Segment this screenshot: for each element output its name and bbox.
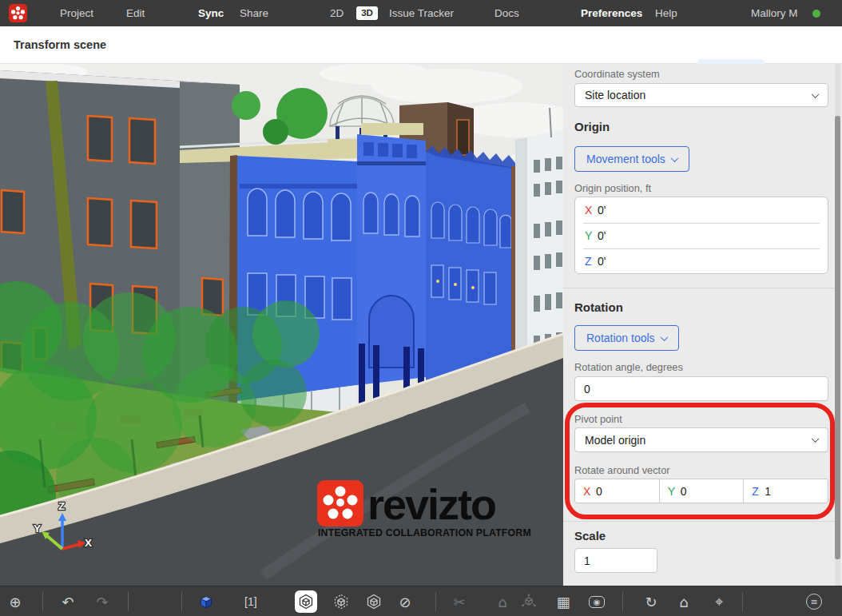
svg-text:revizto: revizto [367, 480, 495, 528]
svg-text:Z: Z [58, 500, 65, 512]
grid-icon: ▦ [556, 594, 570, 610]
origin-z-value: 0' [598, 255, 606, 268]
rotation-angle-label: Rotation angle, degrees [574, 361, 683, 373]
scale-input[interactable] [574, 548, 657, 573]
revizto-logo-icon[interactable] [9, 4, 27, 22]
pivot-point-value: Model origin [585, 434, 645, 447]
menu-share[interactable]: Share [240, 0, 268, 26]
vector-y-field[interactable]: Y 0 [659, 479, 744, 503]
axis-x-label: X [583, 485, 596, 498]
crop-model-button[interactable]: ⌂ [491, 590, 514, 613]
view-cube-button[interactable] [195, 590, 217, 613]
user-status-dot [812, 10, 820, 18]
viewpoint-comment-button[interactable]: ◉ [586, 590, 608, 613]
vector-x-field[interactable]: X 0 [575, 479, 659, 503]
reset-appearance-button[interactable]: ↻ [640, 590, 662, 613]
home-view-button[interactable]: ⌂ [673, 590, 695, 613]
sheets-list-button[interactable]: ≡ [803, 590, 825, 613]
toolbar-divider [128, 592, 129, 611]
origin-y-field[interactable]: Y 0' [575, 223, 828, 248]
rotation-tools-label: Rotation tools [586, 332, 655, 344]
ghost-objects-button[interactable] [330, 590, 352, 613]
vector-z-value: 1 [765, 485, 771, 498]
cube-hexagon-dotted-icon [333, 594, 349, 610]
origin-y-value: 0' [598, 229, 606, 242]
rotation-section-title: Rotation [574, 300, 623, 314]
top-menu-bar: Project Edit Sync Share 2D 3D Issue Trac… [0, 0, 842, 26]
focus-selection-button[interactable]: ⌖ [708, 590, 730, 613]
origin-z-field[interactable]: Z 0' [575, 248, 828, 274]
svg-text:Y: Y [34, 523, 41, 535]
panel-scrollbar-track[interactable] [835, 64, 840, 586]
coordinate-system-select[interactable]: Site location [574, 83, 828, 107]
axis-y-label: Y [668, 485, 681, 498]
redo-icon: ↷ [96, 594, 108, 610]
rotation-tools-button[interactable]: Rotation tools [574, 325, 679, 351]
location-pin-add-icon: ⊕ [9, 594, 21, 610]
origin-x-field[interactable]: X 0' [575, 197, 828, 223]
add-marker-button[interactable]: ⊕ [4, 590, 26, 613]
undo-button[interactable]: ↶ [57, 590, 79, 613]
menu-docs[interactable]: Docs [494, 0, 519, 26]
transform-settings-panel: Coordinate system Site location Origin M… [563, 64, 842, 586]
section-divider [563, 288, 835, 288]
origin-section-title: Origin [574, 120, 610, 133]
document-list-icon: ≡ [806, 594, 822, 610]
axis-z-label: Z [752, 485, 765, 498]
menu-project[interactable]: Project [60, 0, 93, 26]
scissors-icon: ✂ [453, 594, 465, 610]
move-object-button[interactable] [518, 590, 540, 613]
user-menu[interactable]: Mallory M [751, 0, 798, 26]
rotation-angle-input[interactable] [574, 376, 828, 401]
origin-position-label: Origin position, ft [574, 182, 651, 194]
cube-axes-icon [521, 594, 537, 610]
toolbar-divider [435, 592, 436, 611]
viewport-3d-scene[interactable]: revizto INTEGRATED COLLABORATION PLATFOR… [0, 64, 563, 586]
svg-text:X: X [85, 537, 92, 549]
chevron-down-icon [812, 435, 820, 443]
menu-sync[interactable]: Sync [198, 0, 224, 26]
menu-help[interactable]: Help [655, 0, 677, 26]
origin-position-box: X 0' Y 0' Z 0' [574, 197, 828, 274]
menu-edit[interactable]: Edit [126, 0, 145, 26]
toolbar-divider [742, 592, 743, 611]
page-title: Transform scene [14, 26, 106, 64]
cube-hexagon-icon [298, 594, 314, 610]
chevron-down-icon [670, 154, 678, 162]
revizto-app-window: { "menubar": { "items": [ {"label": "Pro… [0, 0, 842, 616]
menu-issue-tracker[interactable]: Issue Tracker [389, 0, 454, 26]
rotate-vector-box: X 0 Y 0 Z 1 [574, 479, 828, 503]
pivot-point-select[interactable]: Model origin [574, 427, 828, 452]
show-objects-button[interactable] [295, 590, 317, 613]
vector-z-field[interactable]: Z 1 [743, 479, 828, 503]
cube-hexagon-icon [366, 594, 382, 610]
redo-button[interactable]: ↷ [91, 590, 113, 613]
clip-tool-button[interactable]: ✂ [448, 590, 471, 613]
grid-tool-button[interactable]: ▦ [552, 590, 574, 613]
main-area: revizto INTEGRATED COLLABORATION PLATFOR… [0, 64, 842, 586]
isolate-object-button[interactable] [363, 590, 385, 613]
axis-z-label: Z [585, 255, 598, 268]
scale-section-title: Scale [574, 529, 606, 542]
transform-scene-header: Transform scene Reset × [0, 26, 842, 64]
movement-tools-button[interactable]: Movement tools [574, 146, 689, 172]
toolbar-divider [622, 592, 623, 611]
origin-x-value: 0' [598, 204, 606, 217]
coordinate-system-value: Site location [585, 89, 645, 101]
eye-off-icon: ⊘ [399, 594, 411, 610]
movement-tools-label: Movement tools [586, 153, 665, 165]
home-icon: ⌂ [679, 594, 688, 610]
menu-3d-active-badge[interactable]: 3D [356, 6, 378, 20]
menu-preferences[interactable]: Preferences [581, 0, 642, 26]
chevron-down-icon [660, 333, 668, 341]
panel-scrollbar-thumb[interactable] [835, 116, 840, 559]
chevron-down-icon [812, 90, 820, 98]
rotate-brush-icon: ↻ [645, 594, 657, 610]
hide-object-button[interactable]: ⊘ [394, 590, 416, 613]
axis-x-label: X [585, 204, 598, 217]
toolbar-divider [181, 592, 182, 611]
menu-2d[interactable]: 2D [330, 0, 344, 26]
toolbar-divider [42, 592, 43, 611]
eye-bubble-icon: ◉ [589, 596, 605, 608]
blue-view-cube-icon [197, 593, 215, 610]
